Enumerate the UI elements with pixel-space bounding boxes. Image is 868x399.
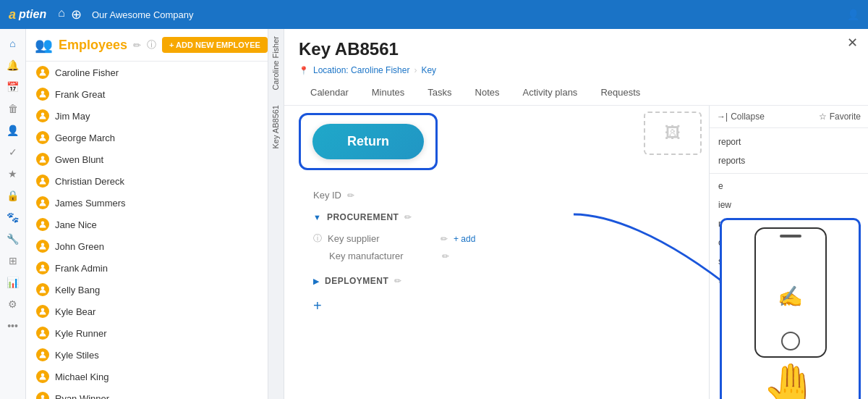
sidebar-icon-dog[interactable]: 🐾 — [4, 209, 22, 226]
svg-point-1 — [41, 91, 45, 95]
sidebar-icon-grid[interactable]: ⊞ — [4, 252, 22, 269]
phone-mockup: ✍ — [754, 227, 827, 358]
svg-point-0 — [41, 70, 45, 73]
sidebar-icon-lock[interactable]: 🔒 — [4, 187, 22, 204]
employee-list-item[interactable]: James Summers — [26, 192, 268, 214]
deployment-edit-icon[interactable]: ✏ — [394, 276, 401, 286]
employee-list-item[interactable]: Kyle Bear — [26, 301, 268, 322]
employee-dot — [36, 392, 49, 399]
employee-dot — [36, 88, 49, 101]
company-name: Our Awesome Company — [92, 9, 194, 20]
collapse-icon: →| — [717, 112, 728, 122]
rp-item-view[interactable]: iew — [710, 196, 868, 214]
procurement-edit-icon[interactable]: ✏ — [404, 212, 412, 222]
employee-list-item[interactable]: Michael King — [26, 366, 268, 387]
employee-dot — [36, 153, 49, 166]
employee-dot — [36, 283, 49, 296]
sidebar-icon-trash[interactable]: 🗑 — [4, 100, 22, 117]
employee-dot — [36, 196, 49, 209]
top-nav: a ptien ⌂ ⊕ Our Awesome Company 👤 — [0, 0, 868, 29]
employee-list-item[interactable]: Ryan Winner — [26, 387, 268, 399]
svg-point-9 — [41, 265, 45, 269]
employee-dot — [36, 240, 49, 253]
employees-info-icon[interactable]: ⓘ — [147, 38, 156, 51]
employee-list-item[interactable]: Jane Nice — [26, 214, 268, 235]
sidebar-icon-star[interactable]: ★ — [4, 165, 22, 182]
procurement-toggle-icon[interactable]: ▼ — [313, 213, 321, 222]
collapse-button[interactable]: →| Collapse — [717, 112, 765, 122]
key-supplier-edit-icon[interactable]: ✏ — [441, 234, 448, 244]
breadcrumb-location[interactable]: Location: Caroline Fisher — [313, 65, 409, 75]
sidebar-icon-chart[interactable]: 📊 — [4, 274, 22, 291]
location-icon: 📍 — [299, 66, 309, 75]
employee-list-item[interactable]: Kyle Runner — [26, 322, 268, 344]
employee-name: Caroline Fisher — [55, 67, 119, 78]
sidebar-icon-bell[interactable]: 🔔 — [4, 56, 22, 74]
sidebar-icon-settings[interactable]: ⚙ — [4, 295, 22, 313]
employee-list-item[interactable]: Caroline Fisher — [26, 62, 268, 83]
tab-tasks[interactable]: Tasks — [416, 81, 463, 105]
sidebar-icon-dots[interactable]: ••• — [4, 317, 22, 335]
employee-list-item[interactable]: Frank Admin — [26, 257, 268, 279]
employee-dot — [36, 348, 49, 361]
procurement-title: PROCUREMENT — [327, 212, 399, 222]
key-supplier-add[interactable]: + add — [454, 234, 475, 244]
vtab-caroline[interactable]: Caroline Fisher — [268, 29, 284, 98]
employee-list-item[interactable]: Gwen Blunt — [26, 148, 268, 170]
sidebar-icon-person[interactable]: 👤 — [4, 122, 22, 139]
phone-overlay: ✍ 🤚 Confirm — [720, 218, 861, 399]
employee-name: Michael King — [55, 371, 109, 382]
tab-requests[interactable]: Requests — [589, 81, 652, 105]
tab-notes[interactable]: Notes — [464, 81, 511, 105]
key-supplier-label: Key supplier — [328, 233, 429, 244]
employees-edit-icon[interactable]: ✏ — [133, 40, 141, 51]
employee-list-item[interactable]: Frank Great — [26, 83, 268, 105]
employee-name: James Summers — [55, 198, 126, 209]
svg-point-13 — [41, 352, 45, 356]
tab-calendar[interactable]: Calendar — [299, 81, 360, 105]
close-button[interactable]: ✕ — [847, 35, 858, 51]
svg-point-12 — [41, 330, 45, 334]
add-employee-button[interactable]: + ADD NEW EMPLOYEE — [162, 37, 268, 53]
svg-point-4 — [41, 156, 45, 160]
content-area: ✕ Key AB8561 📍 Location: Caroline Fisher… — [284, 29, 868, 399]
employee-name: Kyle Stiles — [55, 350, 99, 361]
rp-item-reports[interactable]: reports — [710, 151, 868, 170]
sidebar-icon-calendar[interactable]: 📅 — [4, 78, 22, 96]
employee-dot — [36, 370, 49, 383]
tab-minutes[interactable]: Minutes — [360, 81, 417, 105]
svg-point-15 — [41, 395, 45, 399]
employee-list-item[interactable]: Kyle Stiles — [26, 344, 268, 366]
employee-name: George March — [55, 133, 115, 143]
key-id-edit-icon[interactable]: ✏ — [347, 190, 354, 201]
key-supplier-info-icon[interactable]: ⓘ — [313, 232, 322, 245]
sidebar-icon-tools[interactable]: 🔧 — [4, 230, 22, 248]
main-layout: ⌂ 🔔 📅 🗑 👤 ✓ ★ 🔒 🐾 🔧 ⊞ 📊 ⚙ ••• 👥 Employee… — [0, 29, 868, 399]
employee-name: Ryan Winner — [55, 393, 109, 400]
svg-point-10 — [41, 287, 45, 290]
home-icon[interactable]: ⌂ — [58, 7, 65, 22]
key-manufacturer-edit-icon[interactable]: ✏ — [442, 251, 449, 261]
rp-item-report[interactable]: report — [710, 133, 868, 151]
add-icon[interactable]: ⊕ — [71, 7, 82, 22]
breadcrumb-key[interactable]: Key — [421, 65, 436, 75]
content-tabs: Calendar Minutes Tasks Notes Activity pl… — [299, 81, 854, 105]
employee-list-item[interactable]: Jim May — [26, 105, 268, 127]
employee-list-item[interactable]: Kelly Bang — [26, 279, 268, 301]
employee-list-item[interactable]: George March — [26, 127, 268, 148]
icon-sidebar: ⌂ 🔔 📅 🗑 👤 ✓ ★ 🔒 🐾 🔧 ⊞ 📊 ⚙ ••• — [0, 29, 26, 399]
sidebar-icon-check[interactable]: ✓ — [4, 143, 22, 161]
return-button[interactable]: Return — [312, 124, 424, 159]
employee-name: Kyle Runner — [55, 328, 107, 339]
employee-list-item[interactable]: Christian Dereck — [26, 170, 268, 192]
employee-name: John Green — [55, 241, 104, 252]
vtab-key[interactable]: Key AB8561 — [268, 98, 284, 156]
deployment-toggle-icon[interactable]: ▶ — [313, 277, 319, 286]
rp-item-e[interactable]: e — [710, 177, 868, 196]
deployment-title: DEPLOYMENT — [325, 276, 388, 286]
sidebar-icon-home[interactable]: ⌂ — [4, 35, 22, 52]
favorite-button[interactable]: ☆ Favorite — [819, 112, 861, 122]
tab-activity[interactable]: Activity plans — [511, 81, 590, 105]
content-header: Key AB8561 📍 Location: Caroline Fisher ›… — [284, 29, 868, 106]
employee-list-item[interactable]: John Green — [26, 235, 268, 257]
